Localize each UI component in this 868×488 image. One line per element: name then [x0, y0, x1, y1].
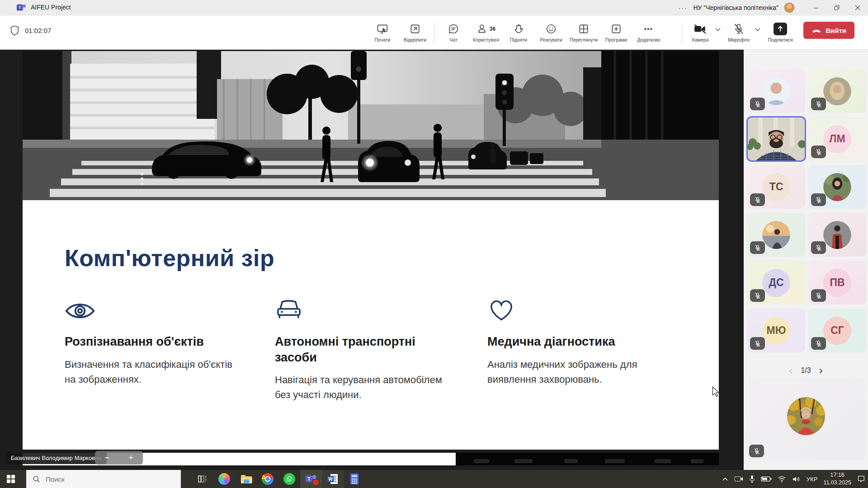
- more-actions-button[interactable]: ⋯ Додатково: [632, 18, 665, 47]
- participant-tile[interactable]: [747, 69, 805, 113]
- whatsapp-app-button[interactable]: [278, 470, 300, 488]
- camera-in-use-icon[interactable]: [734, 475, 743, 483]
- file-explorer-button[interactable]: [235, 470, 257, 488]
- column-body: Визначення та класифікація об'єктів на з…: [65, 357, 236, 387]
- microphone-button[interactable]: Мікрофон: [725, 18, 753, 47]
- teams-meeting-window: T AIFEU Project ··· НУ "Чернігівська пол…: [0, 0, 868, 488]
- participant-tile[interactable]: МЮ: [747, 309, 805, 352]
- car-icon: [275, 291, 456, 322]
- toolbar-divider: [682, 22, 682, 43]
- action-center-icon[interactable]: [857, 475, 865, 483]
- copilot-app-button[interactable]: [213, 470, 235, 488]
- participant-tile[interactable]: ТС: [747, 165, 805, 209]
- tray-expand-chevron[interactable]: [722, 477, 728, 481]
- participant-tile[interactable]: [808, 165, 866, 209]
- mic-muted-badge: [750, 289, 765, 302]
- mic-in-use-icon[interactable]: [749, 475, 755, 483]
- participants-button[interactable]: 36 Користувачі: [470, 18, 502, 47]
- view-button[interactable]: Переглянути: [567, 18, 600, 47]
- participant-tile-active-speaker[interactable]: [747, 117, 805, 161]
- account-avatar[interactable]: [784, 2, 795, 13]
- svg-text:T: T: [19, 5, 21, 10]
- next-slide-image: [456, 453, 719, 465]
- calculator-app-button[interactable]: [344, 470, 365, 488]
- grid-view-icon: [578, 23, 590, 35]
- titlebar-overflow-icon[interactable]: ···: [678, 4, 688, 12]
- word-icon: W: [327, 473, 339, 485]
- smiley-icon: [545, 23, 557, 35]
- presentation-stage: Комп'ютерний зір Розпізнавання об'єктів …: [0, 50, 744, 470]
- language-indicator[interactable]: УКР: [807, 476, 818, 483]
- unpin-button[interactable]: Відкріпити: [399, 18, 431, 47]
- participant-avatar: [823, 173, 851, 201]
- self-avatar: [787, 397, 825, 435]
- mic-muted-badge: [750, 98, 765, 110]
- participant-initials: ДС: [762, 269, 790, 297]
- close-button[interactable]: [847, 0, 868, 15]
- start-button[interactable]: [0, 470, 22, 488]
- search-input[interactable]: [45, 475, 162, 483]
- participant-tile[interactable]: СГ: [808, 309, 866, 352]
- pagination-next-chevron[interactable]: ›: [819, 365, 823, 376]
- camera-off-icon: [693, 23, 707, 35]
- heart-icon: [487, 291, 682, 322]
- participant-tile[interactable]: ПВ: [808, 261, 866, 305]
- participant-tile[interactable]: [747, 213, 805, 257]
- task-view-button[interactable]: [192, 470, 213, 488]
- restore-button[interactable]: [826, 0, 847, 15]
- windows-logo-icon: [7, 475, 15, 483]
- participant-tile[interactable]: [808, 69, 866, 113]
- participant-avatar: [762, 77, 790, 105]
- taskbar-search[interactable]: [26, 470, 181, 488]
- mic-muted-badge: [811, 289, 826, 302]
- slide-column-medical-diagnostics: Медична діагностика Аналіз медичних зобр…: [487, 291, 682, 387]
- more-dots-icon: ⋯: [644, 23, 654, 35]
- volume-icon[interactable]: [792, 476, 801, 483]
- minimize-button[interactable]: [806, 0, 826, 15]
- participant-initials: ТС: [762, 173, 790, 201]
- camera-button[interactable]: Камера: [688, 18, 713, 47]
- zoom-out-button[interactable]: −: [95, 451, 119, 465]
- participant-tile[interactable]: ЛМ: [808, 117, 866, 161]
- teams-app-button[interactable]: T: [300, 470, 322, 488]
- camera-options-chevron[interactable]: [715, 28, 721, 32]
- folder-icon: [240, 474, 252, 484]
- app-title: AIFEU Project: [31, 4, 71, 11]
- mic-off-icon: [733, 23, 745, 35]
- raise-hand-button[interactable]: Підняти: [502, 18, 535, 47]
- wifi-icon[interactable]: [778, 476, 786, 483]
- account-name[interactable]: НУ "Чернігівська політехніка": [693, 4, 778, 11]
- mic-options-chevron[interactable]: [755, 28, 761, 32]
- participants-panel: ЛМ ТС ДС ПВ: [744, 50, 868, 470]
- chrome-app-button[interactable]: [257, 470, 278, 488]
- leave-button[interactable]: Вийти: [803, 22, 854, 39]
- chrome-icon: [262, 473, 274, 485]
- chat-button[interactable]: Чат: [437, 18, 470, 47]
- people-icon: [476, 23, 488, 35]
- participant-tile[interactable]: [808, 213, 866, 257]
- timer-value: 01:02:07: [25, 27, 51, 34]
- search-icon: [33, 475, 40, 483]
- mic-muted-badge: [811, 241, 826, 254]
- teams-notification-badge: [312, 479, 319, 486]
- column-heading: Розпізнавання об'єктів: [65, 334, 236, 350]
- participant-tile[interactable]: ДС: [747, 261, 805, 305]
- screen-share-icon: [377, 23, 388, 35]
- zoom-in-button[interactable]: +: [119, 451, 143, 465]
- pop-out-icon: [409, 23, 421, 35]
- word-app-button[interactable]: W: [322, 470, 344, 488]
- apps-button[interactable]: Програми: [600, 18, 632, 47]
- chat-icon: [448, 23, 459, 35]
- react-button[interactable]: Реагувати: [535, 18, 567, 47]
- pagination-prev-chevron[interactable]: ‹: [789, 365, 793, 376]
- start-presenting-button[interactable]: Почати: [366, 18, 399, 47]
- share-arrow-icon: [774, 23, 787, 35]
- share-button[interactable]: Поділитися: [764, 18, 796, 47]
- mic-muted-badge: [811, 145, 826, 158]
- presenter-name-label: Базилевич Володимир Маркович: [5, 451, 107, 464]
- self-view-tile[interactable]: [746, 379, 865, 460]
- meeting-timer: 01:02:07: [10, 25, 51, 36]
- clock[interactable]: 17:1611.03.2025: [823, 471, 851, 487]
- slide-current: Комп'ютерний зір Розпізнавання об'єктів …: [23, 51, 719, 450]
- battery-charging-icon[interactable]: [761, 476, 772, 482]
